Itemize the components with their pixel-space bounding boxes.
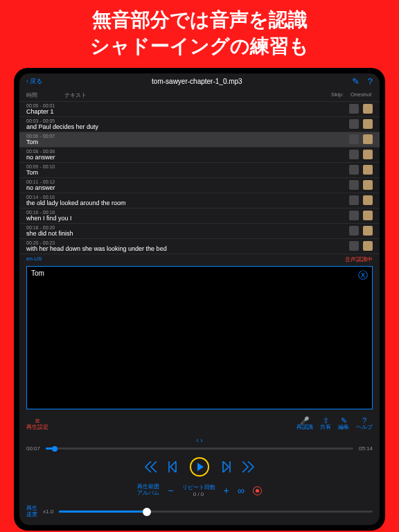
help-button[interactable]: ?ヘルプ [356,416,373,431]
speed-value: x1.0 [43,508,53,515]
oneshot-checkbox[interactable] [363,104,373,114]
speed-label: 再生速度 [26,506,37,518]
progress-thumb[interactable] [52,446,57,452]
share-button[interactable]: ⇧共有 [320,416,331,431]
rerecognize-label: 再認識 [296,425,313,431]
row-timestamp: 00:08 - 00:08 [26,149,345,154]
player: ‹ › 00:07 05:14 再生範囲アルバム − リピート回数0 / 0 +… [19,434,380,502]
speed-thumb[interactable] [143,508,151,516]
row-timestamp: 00:16 - 00:18 [26,210,345,215]
repeat-label: リピート回数 [182,484,215,491]
skip-checkbox[interactable] [349,211,359,220]
oneshot-checkbox[interactable] [363,226,373,236]
range-l2: アルバム [137,490,159,497]
speed-track[interactable] [59,511,373,513]
oneshot-checkbox[interactable] [363,241,373,251]
play-button[interactable] [190,457,209,477]
promo-line-2: シャドーイングの練習も [0,33,399,60]
oneshot-checkbox[interactable] [363,134,373,144]
oneshot-checkbox[interactable] [363,180,373,190]
skip-checkbox[interactable] [349,180,359,190]
repeat-count: 0 / 0 [182,491,215,497]
clear-output-icon[interactable]: ⓧ [358,269,368,282]
expand-player-icon[interactable]: ‹ › [26,436,373,444]
repeat-decrement-button[interactable]: − [168,485,173,496]
oneshot-checkbox[interactable] [363,150,373,159]
file-title: tom-sawyer-chapter-1_0.mp3 [42,78,352,85]
oneshot-checkbox[interactable] [363,211,373,220]
transcript-row[interactable]: 00:09 - 00:10Tom [19,163,380,178]
elapsed-time: 00:07 [26,445,40,452]
skip-back-icon[interactable] [144,461,158,472]
edit-icon[interactable]: ✎ [352,76,360,87]
skip-checkbox[interactable] [349,119,359,129]
transcript-row[interactable]: 00:18 - 00:20she did not finish [19,224,380,239]
step-forward-icon[interactable] [219,461,231,472]
edit-label: 編集 [338,425,349,431]
output-text: Tom [31,269,44,277]
speed-bar: 再生速度 x1.0 [19,502,380,525]
back-label: 戻る [30,77,42,86]
transcript-row[interactable]: 00:14 - 00:16the old lady looked around … [19,193,380,209]
skip-checkbox[interactable] [349,104,359,114]
transcript-row[interactable]: 00:03 - 00:05and Paul decides her duty [19,117,380,132]
oneshot-checkbox[interactable] [363,195,373,205]
header-skip: Skip: [326,91,349,99]
transcript-list: 00:00 - 00:01Chapter 100:03 - 00:05and P… [19,102,380,254]
row-text: and Paul decides her duty [26,123,345,130]
row-timestamp: 00:00 - 00:01 [26,103,345,108]
row-text: no answer [26,184,345,191]
settings-label: 再生設定 [26,425,48,431]
skip-checkbox[interactable] [349,195,359,205]
transcript-row[interactable]: 00:11 - 00:12no answer [19,178,380,193]
oneshot-checkbox[interactable] [363,119,373,129]
header-time: 時間 [26,91,64,99]
chevron-left-icon: ‹ [26,78,28,85]
row-timestamp: 00:14 - 00:16 [26,195,345,200]
playback-settings-button[interactable]: ≡ 再生設定 [26,416,48,431]
edit-button[interactable]: ✎編集 [338,416,349,431]
transcript-row[interactable]: 00:16 - 00:18when I find you I [19,209,380,224]
repeat-infinite-button[interactable]: ∞ [238,485,245,496]
skip-checkbox[interactable] [349,134,359,144]
promo-line-1: 無音部分では音声を認識 [0,7,399,33]
transcript-row[interactable]: 00:00 - 00:01Chapter 1 [19,102,380,117]
play-icon [197,463,204,471]
top-bar: ‹ 戻る tom-sawyer-chapter-1_0.mp3 ✎ ? [19,73,380,89]
transcript-row[interactable]: 00:08 - 00:08no answer [19,148,380,163]
skip-checkbox[interactable] [349,165,359,175]
repeat-increment-button[interactable]: + [224,485,229,496]
row-text: she did not finish [26,230,345,237]
help-label: ヘルプ [356,425,373,431]
skip-checkbox[interactable] [349,226,359,236]
record-button[interactable] [253,486,262,495]
playback-controls [26,452,373,482]
transcript-row[interactable]: 00:06 - 00:07Tom [19,132,380,148]
row-text: the old lady looked around the room [26,200,345,206]
recognition-bar: en-US 音声認識中 [19,254,380,265]
device-frame: ‹ 戻る tom-sawyer-chapter-1_0.mp3 ✎ ? 時間 テ… [14,68,385,531]
repeat-bar: 再生範囲アルバム − リピート回数0 / 0 + ∞ [26,482,373,499]
step-back-icon[interactable] [168,461,180,472]
row-text: with her head down she was looking under… [26,245,345,252]
skip-checkbox[interactable] [349,241,359,251]
row-timestamp: 00:18 - 00:20 [26,225,345,230]
row-timestamp: 00:03 - 00:05 [26,118,345,123]
progress-track[interactable] [46,447,353,450]
row-text: Tom [26,169,345,176]
locale-label: en-US [26,256,42,263]
skip-checkbox[interactable] [349,150,359,159]
recognition-output: Tom ⓧ [26,266,373,410]
row-timestamp: 00:09 - 00:10 [26,164,345,169]
back-button[interactable]: ‹ 戻る [26,77,42,86]
help-icon[interactable]: ? [368,76,373,87]
recognition-status: 音声認識中 [345,256,373,263]
range-button[interactable]: 再生範囲アルバム [137,484,159,497]
rerecognize-button[interactable]: 🎤再認識 [296,416,313,431]
row-text: Chapter 1 [26,108,345,115]
header-oneshot: Oneshot [349,91,373,99]
transcript-row[interactable]: 00:20 - 00:23with her head down she was … [19,239,380,254]
list-header: 時間 テキスト Skip: Oneshot [19,89,380,102]
oneshot-checkbox[interactable] [363,165,373,175]
skip-forward-icon[interactable] [241,461,255,472]
